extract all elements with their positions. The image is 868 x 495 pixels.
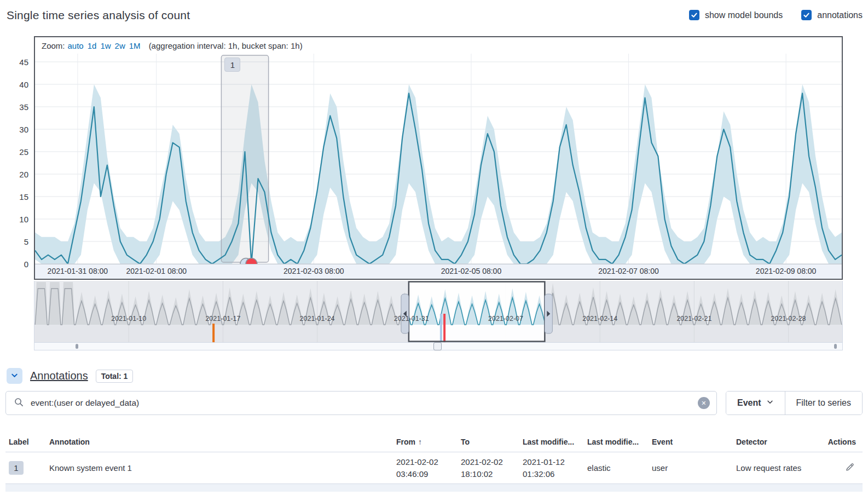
search-input[interactable] bbox=[30, 398, 692, 408]
y-axis-tick-45: 45 bbox=[19, 57, 28, 67]
scrollbar-right-pill[interactable] bbox=[834, 344, 837, 349]
context-annotation-marker[interactable] bbox=[443, 314, 445, 342]
column-header-from[interactable]: From↑ bbox=[396, 436, 461, 447]
column-header-actions[interactable]: Actions bbox=[828, 436, 863, 447]
zoom-links: auto1d1w2w1M bbox=[68, 41, 141, 50]
zoom-link-1M[interactable]: 1M bbox=[129, 41, 141, 50]
focus-plot-svg bbox=[35, 54, 842, 264]
context-annotation-marker[interactable] bbox=[212, 324, 215, 342]
focus-chart: Zoom: auto1d1w2w1M (aggregation interval… bbox=[34, 36, 843, 280]
table-footer bbox=[5, 484, 863, 492]
y-axis: 454035302520151050 bbox=[5, 36, 34, 279]
column-header-event[interactable]: Event bbox=[652, 436, 736, 447]
row-label-badge: 1 bbox=[9, 461, 24, 475]
zoom-link-1d[interactable]: 1d bbox=[88, 41, 97, 50]
column-header-label: To bbox=[461, 436, 470, 447]
annotations-toolbar: ✕ Event Filter to series bbox=[5, 391, 863, 415]
context-chart[interactable]: 2021-01-102021-01-172021-01-242021-01-31… bbox=[34, 281, 842, 342]
column-header-modified_at[interactable]: Last modifie... bbox=[523, 436, 587, 447]
context-annotation-marker[interactable] bbox=[440, 314, 442, 342]
x-axis-tick: 2021-02-07 08:00 bbox=[598, 267, 659, 275]
x-axis-tick: 2021-02-01 08:00 bbox=[126, 267, 187, 275]
close-icon: ✕ bbox=[701, 400, 706, 407]
column-header-label: Event bbox=[652, 436, 673, 447]
total-badge: Total: 1 bbox=[96, 370, 134, 383]
checkbox-checked-icon bbox=[689, 10, 699, 20]
y-axis-tick-20: 20 bbox=[19, 170, 28, 179]
cell-modified_by: elastic bbox=[587, 462, 652, 474]
cell-actions bbox=[844, 461, 863, 475]
annotations-table: LabelAnnotationFrom↑ToLast modifie...Las… bbox=[5, 433, 863, 484]
x-axis: 2021-01-31 08:002021-02-01 08:002021-02-… bbox=[35, 264, 842, 279]
checkbox-label: show model bounds bbox=[705, 10, 783, 20]
cell-modified_at: 2021-01-12 01:32:06 bbox=[523, 456, 587, 480]
column-header-label: Last modifie... bbox=[523, 436, 574, 447]
column-header-label: Detector bbox=[736, 436, 767, 447]
column-header-annotation[interactable]: Annotation bbox=[49, 436, 396, 447]
column-header-label: Annotation bbox=[49, 436, 90, 447]
filter-to-series-button[interactable]: Filter to series bbox=[785, 392, 862, 415]
annotations-title: Annotations bbox=[30, 370, 88, 382]
cell-label: 1 bbox=[9, 461, 49, 475]
header-row: Single time series analysis of count sho… bbox=[7, 9, 863, 28]
selection-left-handle[interactable] bbox=[401, 294, 409, 333]
checkbox-show-model-bounds[interactable]: show model bounds bbox=[689, 10, 783, 20]
chevron-down-icon bbox=[10, 371, 19, 381]
page-title: Single time series analysis of count bbox=[7, 9, 190, 22]
x-axis-tick: 2021-02-05 08:00 bbox=[441, 267, 502, 275]
zoom-link-1w[interactable]: 1w bbox=[100, 41, 111, 50]
event-filter-label: Event bbox=[737, 398, 761, 408]
y-axis-tick-30: 30 bbox=[19, 125, 28, 134]
single-metric-viewer: Single time series analysis of count sho… bbox=[0, 0, 868, 492]
cell-event: user bbox=[652, 462, 736, 474]
zoom-label: Zoom: bbox=[42, 41, 65, 50]
column-header-to[interactable]: To bbox=[461, 436, 523, 447]
scrollbar-drag-handle[interactable] bbox=[433, 342, 442, 350]
pencil-icon bbox=[845, 465, 855, 474]
filter-button-group: Event Filter to series bbox=[726, 391, 863, 415]
y-axis-tick-10: 10 bbox=[19, 215, 28, 224]
column-header-label: From bbox=[396, 436, 415, 447]
context-scrollbar[interactable] bbox=[34, 342, 842, 350]
cell-annotation: Known system event 1 bbox=[49, 462, 396, 474]
sort-ascending-icon: ↑ bbox=[418, 436, 422, 447]
table-row: 1Known system event 12021-02-02 03:46:09… bbox=[5, 452, 863, 484]
zoom-controls: Zoom: auto1d1w2w1M (aggregation interval… bbox=[35, 37, 842, 54]
annotations-search-box[interactable]: ✕ bbox=[5, 391, 717, 415]
x-axis-tick: 2021-01-31 08:00 bbox=[48, 267, 108, 275]
column-header-detector[interactable]: Detector bbox=[736, 436, 826, 447]
focus-plot[interactable]: 1 bbox=[35, 54, 842, 264]
annotation-label-badge[interactable]: 1 bbox=[224, 57, 240, 72]
chart-options: show model boundsannotations bbox=[689, 9, 863, 20]
column-header-modified_by[interactable]: Last modifie... bbox=[587, 436, 652, 447]
chevron-down-icon bbox=[766, 398, 774, 408]
focus-chart-area: 454035302520151050 Zoom: auto1d1w2w1M (a… bbox=[5, 36, 843, 280]
y-axis-tick-35: 35 bbox=[19, 102, 28, 112]
column-header-label: Actions bbox=[828, 436, 856, 447]
x-axis-tick: 2021-02-03 08:00 bbox=[283, 267, 344, 275]
y-axis-tick-15: 15 bbox=[19, 192, 28, 202]
annotations-header: Annotations Total: 1 bbox=[7, 368, 863, 384]
checkbox-annotations[interactable]: annotations bbox=[801, 10, 863, 20]
clear-search-button[interactable]: ✕ bbox=[698, 397, 710, 409]
y-axis-tick-0: 0 bbox=[24, 260, 28, 269]
event-filter-dropdown[interactable]: Event bbox=[726, 392, 785, 415]
checkbox-checked-icon bbox=[801, 10, 812, 20]
selection-right-handle[interactable] bbox=[545, 294, 552, 333]
scrollbar-left-pill[interactable] bbox=[76, 344, 78, 349]
edit-annotation-button[interactable] bbox=[844, 461, 856, 475]
y-axis-tick-5: 5 bbox=[24, 237, 28, 246]
y-axis-tick-40: 40 bbox=[19, 80, 28, 89]
zoom-link-2w[interactable]: 2w bbox=[115, 41, 125, 50]
x-axis-tick: 2021-02-09 08:00 bbox=[756, 267, 817, 275]
search-icon bbox=[14, 397, 24, 410]
column-header-label: Label bbox=[9, 436, 29, 447]
context-chart-svg bbox=[34, 281, 842, 342]
collapse-annotations-button[interactable] bbox=[7, 368, 22, 384]
checkbox-label: annotations bbox=[817, 10, 863, 20]
cell-from: 2021-02-02 03:46:09 bbox=[396, 456, 461, 480]
column-header-label: Last modifie... bbox=[587, 436, 639, 447]
zoom-link-auto[interactable]: auto bbox=[68, 41, 84, 50]
table-header-row: LabelAnnotationFrom↑ToLast modifie...Las… bbox=[5, 433, 863, 452]
column-header-label[interactable]: Label bbox=[9, 436, 49, 447]
